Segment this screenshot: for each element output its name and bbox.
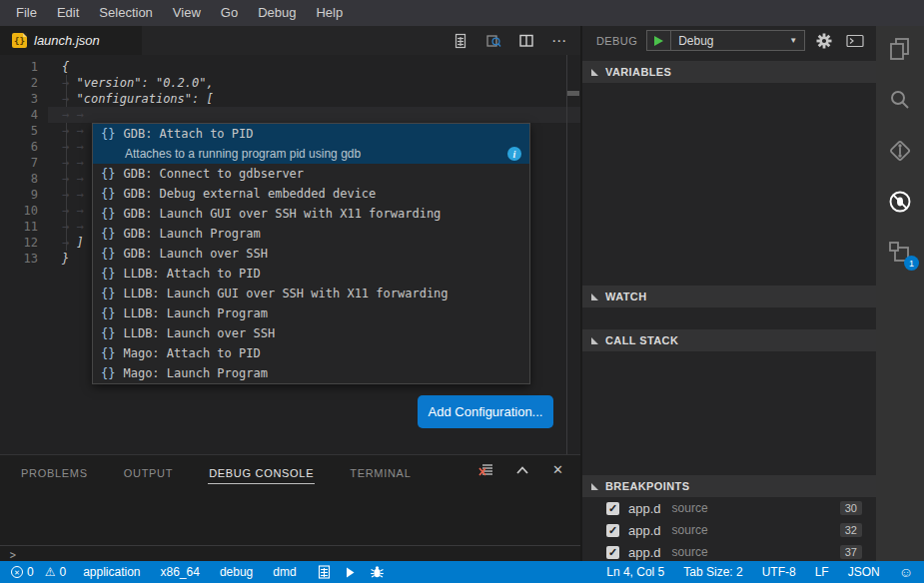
debug-icon[interactable] <box>886 188 914 216</box>
menu-item[interactable]: Help <box>306 0 353 26</box>
project-file-icon[interactable] <box>318 565 331 579</box>
snippet-braces-icon: {} <box>101 247 115 261</box>
breakpoint-checkbox[interactable]: ✓ <box>606 524 619 537</box>
suggestion-item[interactable]: {} GDB: Launch Program i <box>93 224 529 244</box>
run-icon[interactable] <box>345 566 356 579</box>
breakpoint-row[interactable]: ✓ app.d source 30 <box>582 497 876 519</box>
maximize-panel-icon[interactable] <box>513 461 530 478</box>
suggestion-item[interactable]: {} LLDB: Launch GUI over SSH with X11 fo… <box>93 284 529 303</box>
status-item[interactable]: x86_64 <box>161 565 200 579</box>
breakpoint-checkbox[interactable]: ✓ <box>606 546 619 559</box>
code-text: } <box>62 252 69 266</box>
debug-configuration-select[interactable]: Debug ▼ <box>671 31 804 50</box>
json-file-icon: {} <box>12 33 27 48</box>
status-item[interactable]: Ln 4, Col 5 <box>606 565 664 579</box>
status-item[interactable]: LF <box>815 565 829 579</box>
snippet-braces-icon: {} <box>101 287 115 300</box>
menu-item[interactable]: Go <box>211 0 248 26</box>
suggestion-label: LLDB: Attach to PID <box>123 267 260 281</box>
overview-cursor-marker <box>567 91 579 96</box>
breakpoint-row[interactable]: ✓ app.d source 32 <box>582 519 876 541</box>
clear-console-icon[interactable] <box>477 461 494 478</box>
search-icon[interactable] <box>886 86 914 114</box>
panel-tab[interactable]: OUTPUT <box>123 459 174 484</box>
feedback-smiley-icon[interactable]: ☺ <box>899 565 913 579</box>
panel-tab[interactable]: TERMINAL <box>349 459 412 484</box>
open-settings-json-icon[interactable] <box>452 32 469 50</box>
open-preview-icon[interactable] <box>484 32 502 50</box>
suggestion-item[interactable]: {} LLDB: Launch over SSH i <box>93 323 529 343</box>
panel-tab[interactable]: PROBLEMS <box>20 459 89 484</box>
line-number: 8 <box>0 171 38 187</box>
suggestion-item[interactable]: {} LLDB: Attach to PID i <box>93 264 529 284</box>
suggestion-item[interactable]: {} Mago: Launch Program i <box>93 363 529 383</box>
menu-item[interactable]: Edit <box>47 0 89 26</box>
breakpoint-checkbox[interactable]: ✓ <box>606 502 619 515</box>
panel-tab[interactable]: DEBUG CONSOLE <box>208 459 315 484</box>
status-item[interactable]: JSON <box>848 565 880 579</box>
line-number: 9 <box>0 187 38 203</box>
breakpoint-file: app.d <box>628 545 661 560</box>
suggestion-item[interactable]: {} GDB: Connect to gdbserver i <box>93 164 529 184</box>
overview-ruler[interactable] <box>566 55 567 454</box>
suggestion-label: GDB: Attach to PID <box>123 127 253 141</box>
close-panel-icon[interactable]: ✕ <box>549 461 566 478</box>
menu-item[interactable]: Selection <box>89 0 162 26</box>
status-item[interactable]: dmd <box>273 565 296 579</box>
activity-bar: 1 <box>876 26 924 561</box>
section-watch[interactable]: WATCH <box>582 286 876 307</box>
suggestion-item[interactable]: {} GDB: Debug external embedded device i <box>93 184 529 204</box>
suggestion-item[interactable]: {} LLDB: Launch Program i <box>93 303 529 323</box>
extensions-icon[interactable]: 1 <box>886 239 914 267</box>
split-editor-icon[interactable] <box>517 32 535 50</box>
suggestion-item[interactable]: {} Mago: Attach to PID i <box>93 343 529 363</box>
suggestion-label: LLDB: Launch Program <box>123 306 268 320</box>
suggestion-label: GDB: Connect to gdbserver <box>123 167 304 181</box>
editor-actions: ⋯ <box>452 32 580 50</box>
source-control-icon[interactable] <box>886 137 914 165</box>
suggestion-item[interactable]: {} GDB: Launch over SSH i <box>93 244 529 264</box>
start-debugging-button[interactable] <box>647 31 671 50</box>
status-item[interactable]: UTF-8 <box>762 565 796 579</box>
section-variables[interactable]: VARIABLES <box>582 61 876 83</box>
menu-item[interactable]: File <box>6 0 47 26</box>
whitespace-marks: → → <box>62 124 91 138</box>
section-call-stack[interactable]: CALL STACK <box>582 329 876 351</box>
tab-launch-json[interactable]: {} launch.json <box>0 26 142 55</box>
add-configuration-button[interactable]: Add Configuration... <box>418 395 553 428</box>
bottom-panel: PROBLEMS OUTPUT DEBUG CONSOLE TERMINAL ✕… <box>0 454 580 561</box>
whitespace-marks: → → <box>62 140 91 154</box>
suggestion-item[interactable]: {} GDB: Attach to PID Attaches to a runn… <box>93 124 529 164</box>
configure-gear-icon[interactable] <box>816 33 832 49</box>
breakpoint-kind: source <box>672 523 708 537</box>
status-right-items: Ln 4, Col 5Tab Size: 2UTF-8LFJSON <box>606 565 879 579</box>
problems-indicator[interactable]: ✕ 0 ⚠ 0 <box>11 565 66 579</box>
bug-icon[interactable] <box>370 565 385 579</box>
section-breakpoints[interactable]: BREAKPOINTS <box>582 475 876 497</box>
more-actions-icon[interactable]: ⋯ <box>550 32 568 50</box>
line-number: 7 <box>0 155 38 171</box>
line-number: 3 <box>0 91 38 107</box>
launch-control-group: Debug ▼ <box>646 30 805 51</box>
status-item[interactable]: debug <box>220 565 253 579</box>
explorer-icon[interactable] <box>886 35 914 63</box>
snippet-braces-icon: {} <box>101 346 115 360</box>
error-icon: ✕ <box>11 566 23 578</box>
code-line: 4→ → <box>0 107 580 123</box>
breakpoint-row[interactable]: ✓ app.d source 37 <box>582 541 876 563</box>
snippet-braces-icon: {} <box>101 227 115 241</box>
debug-console-input[interactable]: > <box>10 547 16 562</box>
code-editor[interactable]: 1{ 2→ "version": "0.2.0", 3→ "configurat… <box>0 55 580 454</box>
tab-filename: launch.json <box>34 33 100 48</box>
breakpoint-kind: source <box>672 501 708 515</box>
suggestion-item[interactable]: {} GDB: Launch GUI over SSH with X11 for… <box>93 204 529 224</box>
menu-item[interactable]: View <box>163 0 211 26</box>
menu-item[interactable]: Debug <box>248 0 306 26</box>
status-item[interactable]: application <box>83 565 140 579</box>
debug-console-toggle-icon[interactable] <box>846 34 864 48</box>
status-item[interactable]: Tab Size: 2 <box>683 565 742 579</box>
code-line: 2→ "version": "0.2.0", <box>0 75 580 91</box>
chevron-down-icon: ▼ <box>789 36 797 45</box>
info-icon[interactable]: i <box>507 147 521 161</box>
snippet-braces-icon: {} <box>101 127 115 141</box>
